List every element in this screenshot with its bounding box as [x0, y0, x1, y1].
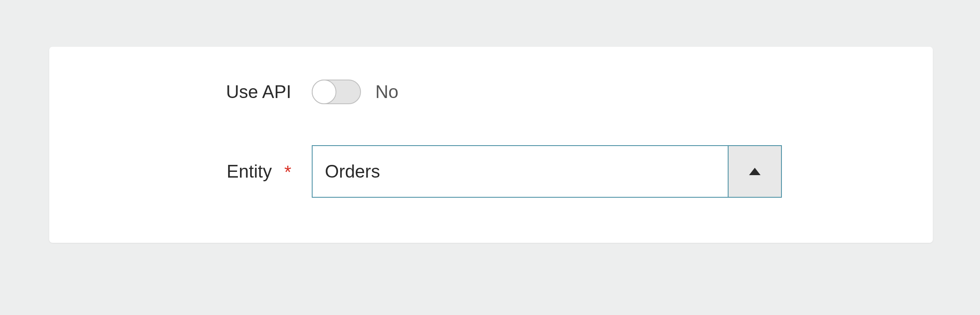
toggle-knob	[312, 80, 336, 104]
chevron-up-icon	[749, 168, 761, 175]
entity-select[interactable]: Orders	[312, 145, 782, 198]
use-api-state-label: No	[375, 82, 398, 102]
svg-marker-0	[749, 168, 761, 175]
use-api-toggle[interactable]	[312, 80, 361, 104]
entity-label-wrap: Entity *	[90, 161, 312, 182]
entity-label: Entity	[227, 161, 272, 181]
use-api-label: Use API	[90, 82, 312, 102]
entity-row: Entity * Orders	[90, 145, 892, 198]
use-api-row: Use API No	[90, 80, 892, 104]
use-api-control: No	[312, 80, 398, 104]
entity-control: Orders	[312, 145, 782, 198]
entity-select-value: Orders	[313, 146, 729, 197]
required-asterisk: *	[284, 162, 291, 182]
entity-select-arrow[interactable]	[729, 146, 781, 197]
form-panel: Use API No Entity * Orders	[49, 47, 933, 243]
